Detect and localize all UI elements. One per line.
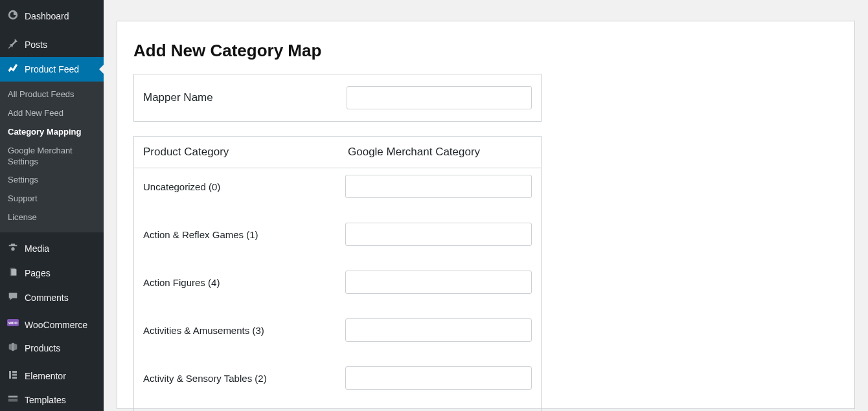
table-row: Alarm Clocks (2)	[134, 408, 541, 411]
google-category-input[interactable]	[345, 223, 532, 246]
media-icon	[6, 241, 19, 256]
table-header: Product Category Google Merchant Categor…	[134, 137, 541, 168]
menu-label: Elementor	[25, 371, 66, 381]
submenu-product-feed: All Product Feeds Add New Feed Category …	[0, 82, 104, 232]
menu-item-media[interactable]: Media	[0, 236, 104, 261]
comments-icon	[6, 291, 19, 305]
templates-icon	[6, 393, 19, 407]
menu-item-posts[interactable]: Posts	[0, 32, 104, 57]
header-product-category: Product Category	[143, 146, 348, 159]
menu-label: Templates	[25, 395, 66, 405]
category-map-table: Product Category Google Merchant Categor…	[133, 136, 542, 411]
menu-label: Posts	[25, 39, 47, 50]
submenu-all-feeds[interactable]: All Product Feeds	[0, 85, 104, 104]
menu-item-products[interactable]: Products	[0, 336, 104, 361]
svg-rect-5	[12, 374, 17, 376]
mapper-name-input[interactable]	[347, 86, 532, 109]
svg-rect-6	[12, 377, 17, 379]
category-label: Uncategorized (0)	[143, 181, 345, 192]
google-category-input[interactable]	[345, 366, 532, 390]
menu-label: Dashboard	[25, 11, 69, 21]
menu-item-pages[interactable]: Pages	[0, 261, 104, 285]
category-label: Action & Reflex Games (1)	[143, 229, 345, 240]
menu-label: Pages	[25, 268, 51, 278]
page-title: Add New Category Map	[133, 41, 838, 61]
menu-label: Comments	[25, 293, 69, 303]
menu-label: WooCommerce	[25, 320, 87, 330]
elementor-icon	[6, 370, 19, 383]
menu-label: Products	[25, 343, 60, 353]
svg-text:woo: woo	[8, 320, 17, 325]
menu-label: Media	[25, 243, 49, 254]
main-content: Add New Category Map Mapper Name Product…	[104, 0, 868, 411]
menu-item-elementor[interactable]: Elementor	[0, 364, 104, 388]
dashboard-icon	[6, 9, 19, 23]
menu-item-dashboard[interactable]: Dashboard	[0, 4, 104, 28]
submenu-license[interactable]: License	[0, 208, 104, 227]
table-row: Activity & Sensory Tables (2)	[134, 360, 541, 396]
category-label: Activity & Sensory Tables (2)	[143, 373, 345, 384]
menu-item-comments[interactable]: Comments	[0, 285, 104, 310]
table-row: Action & Reflex Games (1)	[134, 216, 541, 252]
admin-sidebar: Dashboard Posts Product Feed All Product…	[0, 0, 104, 411]
table-row: Activities & Amusements (3)	[134, 312, 541, 348]
category-label: Activities & Amusements (3)	[143, 325, 345, 336]
category-label: Action Figures (4)	[143, 277, 345, 288]
table-row: Action Figures (4)	[134, 264, 541, 300]
svg-rect-4	[12, 371, 17, 373]
google-category-input[interactable]	[345, 175, 532, 198]
google-category-input[interactable]	[345, 271, 532, 294]
menu-item-product-feed[interactable]: Product Feed	[0, 57, 104, 82]
menu-item-woocommerce[interactable]: woo WooCommerce	[0, 314, 104, 336]
header-google-category: Google Merchant Category	[348, 146, 532, 159]
menu-item-templates[interactable]: Templates	[0, 388, 104, 411]
products-icon	[6, 341, 19, 355]
submenu-google-merchant-settings[interactable]: Google Merchant Settings	[0, 142, 104, 172]
submenu-category-mapping[interactable]: Category Mapping	[0, 123, 104, 142]
mapper-name-row: Mapper Name	[133, 74, 542, 122]
content-panel: Add New Category Map Mapper Name Product…	[117, 21, 855, 409]
submenu-settings[interactable]: Settings	[0, 171, 104, 190]
svg-point-0	[11, 247, 14, 250]
woo-icon: woo	[6, 319, 19, 331]
google-category-input[interactable]	[345, 318, 532, 342]
submenu-support[interactable]: Support	[0, 190, 104, 208]
submenu-add-new-feed[interactable]: Add New Feed	[0, 104, 104, 123]
chart-icon	[6, 62, 19, 76]
menu-label: Product Feed	[25, 64, 79, 74]
pages-icon	[6, 266, 19, 280]
svg-rect-3	[9, 371, 11, 379]
table-row: Uncategorized (0)	[134, 168, 541, 205]
pin-icon	[6, 38, 19, 52]
mapper-name-label: Mapper Name	[143, 91, 340, 104]
